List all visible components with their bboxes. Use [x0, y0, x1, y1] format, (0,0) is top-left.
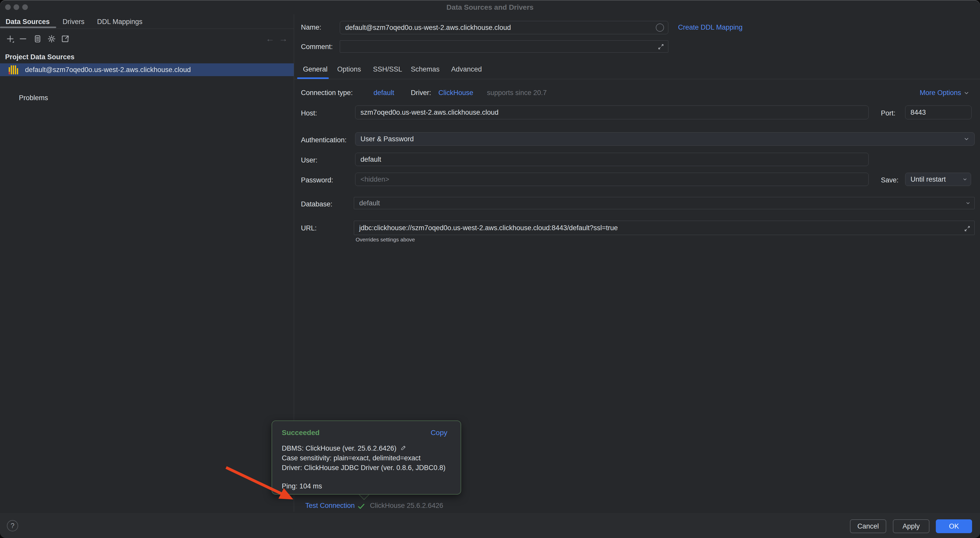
driver-support-note: supports since 20.7 — [487, 89, 547, 97]
success-check-icon — [357, 502, 365, 510]
chevron-down-icon — [963, 136, 970, 142]
name-label: Name: — [301, 24, 321, 32]
password-placeholder: <hidden> — [361, 175, 389, 183]
port-label: Port: — [881, 109, 896, 117]
user-label: User: — [301, 156, 318, 164]
tab-general[interactable]: General — [303, 65, 328, 73]
url-note: Overrides settings above — [356, 237, 415, 243]
data-source-list-item-selected[interactable]: default@szm7oqed0o.us-west-2.aws.clickho… — [0, 64, 294, 76]
tab-ssh-ssl[interactable]: SSH/SSL — [373, 65, 402, 73]
sidebar-tab-ddl-mappings[interactable]: DDL Mappings — [97, 18, 143, 26]
more-options-button[interactable]: More Options — [920, 89, 970, 97]
active-tab-indicator — [0, 27, 56, 28]
cancel-button[interactable]: Cancel — [850, 519, 886, 533]
chevron-down-icon — [962, 177, 968, 182]
url-input-value: jdbc:clickhouse://szm7oqed0o.us-west-2.a… — [359, 224, 618, 232]
edit-pencil-icon[interactable] — [400, 445, 406, 451]
connection-type-value-link[interactable]: default — [374, 89, 394, 97]
duplicate-icon — [33, 34, 42, 43]
minus-icon — [18, 34, 28, 43]
back-arrow-button[interactable]: ← — [266, 34, 274, 44]
authentication-select[interactable]: User & Password — [355, 132, 975, 146]
comment-input[interactable] — [340, 40, 668, 53]
add-data-source-button[interactable] — [6, 34, 15, 43]
host-label: Host: — [301, 109, 317, 117]
more-options-label: More Options — [920, 89, 961, 97]
popup-copy-button[interactable]: Copy — [431, 429, 447, 437]
expand-editor-icon[interactable] — [964, 225, 971, 232]
project-data-sources-title: Project Data Sources — [5, 53, 75, 61]
name-input[interactable]: default@szm7oqed0o.us-west-2.aws.clickho… — [340, 21, 668, 34]
host-input-value: szm7oqed0o.us-west-2.aws.clickhouse.clou… — [361, 108, 498, 116]
driver-label: Driver: — [411, 89, 431, 97]
popup-driver-line: Driver: ClickHouse JDBC Driver (ver. 0.8… — [282, 463, 445, 473]
popup-status: Succeeded — [282, 429, 320, 437]
data-sources-dialog: Data Sources and Drivers Data Sources Dr… — [0, 0, 980, 538]
database-input[interactable]: default — [354, 197, 975, 209]
user-input-value: default — [361, 156, 381, 164]
password-input[interactable]: <hidden> — [355, 173, 869, 186]
save-select[interactable]: Until restart — [905, 173, 971, 186]
driver-value-link[interactable]: ClickHouse — [438, 89, 473, 97]
forward-arrow-button[interactable]: → — [279, 34, 288, 44]
user-input[interactable]: default — [355, 153, 869, 166]
chevron-down-icon — [965, 200, 971, 206]
database-input-value: default — [359, 199, 380, 207]
connection-type-label: Connection type: — [301, 89, 353, 97]
sidebar-item-problems[interactable]: Problems — [19, 94, 48, 102]
comment-label: Comment: — [301, 43, 333, 51]
sidebar-tab-data-sources[interactable]: Data Sources — [6, 18, 50, 26]
refresh-status-circle-icon — [656, 24, 664, 32]
apply-button[interactable]: Apply — [893, 519, 929, 533]
popup-ping-line: Ping: 104 ms — [282, 481, 445, 491]
title-bar: Data Sources and Drivers — [0, 0, 980, 14]
tab-advanced[interactable]: Advanced — [451, 65, 482, 73]
data-source-name: default@szm7oqed0o.us-west-2.aws.clickho… — [25, 66, 191, 74]
url-input[interactable]: jdbc:clickhouse://szm7oqed0o.us-west-2.a… — [354, 221, 975, 235]
popup-dbms-line: DBMS: ClickHouse (ver. 25.6.2.6426) — [282, 444, 445, 453]
test-connection-link[interactable]: Test Connection — [305, 502, 355, 509]
data-source-settings-button[interactable] — [47, 34, 56, 43]
name-input-value: default@szm7oqed0o.us-west-2.aws.clickho… — [345, 24, 511, 32]
sidebar-tabs-divider — [0, 29, 294, 29]
duplicate-data-source-button[interactable] — [33, 34, 42, 43]
dialog-footer: ? Cancel Apply OK — [0, 512, 980, 538]
port-input-value: 8443 — [910, 108, 926, 116]
ok-button[interactable]: OK — [936, 519, 972, 533]
help-button[interactable]: ? — [7, 520, 18, 532]
plus-icon — [6, 34, 15, 43]
gear-icon — [47, 34, 56, 43]
tabs-divider — [294, 79, 980, 79]
red-annotation-arrow — [220, 458, 301, 507]
sidebar-tab-drivers[interactable]: Drivers — [63, 18, 84, 26]
test-connection-result: ClickHouse 25.6.2.6426 — [370, 502, 443, 509]
external-link-icon — [61, 34, 70, 43]
chevron-down-icon — [963, 90, 970, 96]
database-label: Database: — [301, 200, 332, 208]
save-label: Save: — [881, 176, 899, 184]
tab-options[interactable]: Options — [337, 65, 361, 73]
url-label: URL: — [301, 224, 317, 232]
host-input[interactable]: szm7oqed0o.us-west-2.aws.clickhouse.clou… — [355, 105, 869, 119]
save-select-value: Until restart — [910, 175, 946, 183]
window-title: Data Sources and Drivers — [0, 3, 980, 11]
open-in-new-window-button[interactable] — [61, 34, 70, 43]
popup-case-line: Case sensitivity: plain=exact, delimited… — [282, 453, 445, 463]
password-label: Password: — [301, 176, 333, 184]
clickhouse-icon — [9, 65, 20, 74]
expand-editor-icon[interactable] — [657, 43, 665, 50]
create-ddl-mapping-link[interactable]: Create DDL Mapping — [678, 24, 743, 32]
authentication-select-value: User & Password — [361, 135, 414, 143]
remove-data-source-button[interactable] — [18, 34, 28, 43]
port-input[interactable]: 8443 — [905, 105, 972, 119]
tab-schemas[interactable]: Schemas — [411, 65, 440, 73]
authentication-label: Authentication: — [301, 136, 347, 144]
